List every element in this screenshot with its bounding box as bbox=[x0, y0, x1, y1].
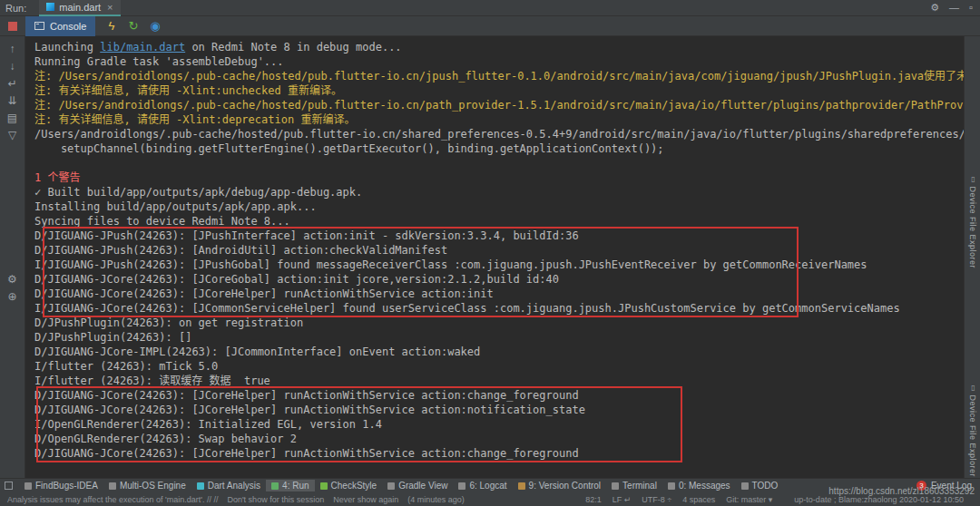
run-label: Run: bbox=[5, 3, 26, 14]
console-line: D/JPushPlugin(24263): on get registratio… bbox=[34, 316, 964, 330]
checkstyle-icon bbox=[320, 482, 328, 490]
console-tab-label: Console bbox=[50, 21, 86, 32]
tab-title: main.dart bbox=[59, 2, 101, 13]
console-line: D/JIGUANG-JPush(24263): [JPushInterface]… bbox=[34, 229, 964, 243]
toolbar-button-todo[interactable]: TODO bbox=[736, 480, 784, 491]
console-line: 1 个警告 bbox=[34, 170, 964, 185]
console-line: 注: 有关详细信息, 请使用 -Xlint:deprecation 重新编译。 bbox=[34, 112, 964, 127]
run-tool-window: ↑↓↵⇊▤▽ ⚙⊕ Launching lib/main.dart on Red… bbox=[0, 36, 980, 478]
console-text: D/JIGUANG-JCore(24263): [JCoreGobal] act… bbox=[34, 273, 559, 286]
toolbar-button-findbugs-idea[interactable]: FindBugs-IDEA bbox=[19, 480, 103, 491]
stop-icon[interactable] bbox=[8, 22, 17, 31]
messages-icon bbox=[668, 482, 675, 490]
console-line: I/flutter (24263): 读取缓存 数据 true bbox=[34, 374, 964, 388]
console-text: 注: /Users/androidlongs/.pub-cache/hosted… bbox=[34, 70, 964, 83]
gradle-icon bbox=[387, 482, 395, 490]
status-message: Analysis issues may affect the execution… bbox=[7, 495, 218, 504]
dart-analysis-icon bbox=[197, 482, 204, 490]
version-control-icon bbox=[518, 482, 525, 490]
console-text: on Redmi Note 8 in debug mode... bbox=[185, 41, 401, 54]
console-line: I/flutter (24263): mTick 5.0 bbox=[34, 359, 964, 374]
console-text: D/JPushPlugin(24263): [] bbox=[34, 331, 191, 344]
console-text: D/JIGUANG-JCore(24263): [JCoreHelper] ru… bbox=[34, 404, 585, 416]
arrow-up-icon[interactable]: ↑ bbox=[3, 41, 23, 58]
left-toolbar-lower: ⚙⊕ bbox=[3, 271, 23, 306]
dont-show-link[interactable]: Don't show for this session bbox=[227, 495, 324, 504]
status-widget-3[interactable]: 4 spaces bbox=[682, 495, 715, 504]
tool-window-button-device-file-explorer[interactable]: ▯Device File Explorer bbox=[968, 384, 977, 477]
console-line: D/JPushPlugin(24263): [] bbox=[34, 330, 964, 345]
status-widget-0[interactable]: 82:1 bbox=[585, 495, 602, 504]
never-show-link[interactable]: Never show again bbox=[333, 495, 398, 504]
toolbar-button-label: Gradle View bbox=[398, 481, 447, 491]
print-icon[interactable]: ▤ bbox=[3, 110, 23, 127]
toolbar-button-label: Multi-OS Engine bbox=[120, 481, 186, 491]
vcs-blame: up-to-date ; Blame:zhaolong 2020-01-12 1… bbox=[794, 495, 964, 504]
console-line: Installing build/app/outputs/apk/app.apk… bbox=[34, 199, 964, 214]
dart-icon bbox=[46, 3, 54, 11]
status-widget-4[interactable]: Git: master ▾ bbox=[726, 495, 772, 504]
run-icon bbox=[271, 482, 279, 490]
pin-icon[interactable]: ⊕ bbox=[3, 288, 23, 306]
toolbar-button-terminal[interactable]: Terminal bbox=[606, 480, 662, 491]
hot-reload-icon[interactable]: ϟ bbox=[103, 18, 119, 34]
status-widget-1[interactable]: LF ↵ bbox=[612, 495, 632, 504]
run-titlebar: Run: main.dart × ⚙—▫ bbox=[0, 0, 980, 16]
console-text: 注: /Users/androidlongs/.pub-cache/hosted… bbox=[34, 99, 964, 112]
toolbar-button-label: 0: Messages bbox=[679, 481, 730, 491]
console-line: Syncing files to device Redmi Note 8... bbox=[34, 214, 964, 229]
console-line: I/JIGUANG-JCore(24263): [JCommonServiceH… bbox=[34, 301, 964, 316]
console-text: D/JIGUANG-JPush(24263): [JPushInterface]… bbox=[34, 229, 579, 242]
console-text: Running Gradle task 'assembleDebug'... bbox=[34, 55, 284, 68]
tool-window-button-device-file-explorer[interactable]: ▯Device File Explorer bbox=[968, 175, 977, 268]
toolbar-button-6-logcat[interactable]: 6: Logcat bbox=[453, 480, 512, 491]
clear-all-icon[interactable]: ▽ bbox=[3, 127, 23, 144]
console-line: I/JIGUANG-JPush(24263): [JPushGobal] fou… bbox=[34, 258, 964, 272]
console-text: I/flutter (24263): 读取缓存 数据 true bbox=[34, 375, 270, 387]
console-icon bbox=[34, 22, 44, 30]
hide-icon[interactable]: ▫ bbox=[969, 2, 973, 14]
console-line: I/OpenGLRenderer(24263): Initialized EGL… bbox=[34, 417, 964, 432]
console-text: setupChannel(binding.getFlutterEngine().… bbox=[34, 142, 664, 155]
settings-gear-icon[interactable]: ⚙ bbox=[3, 271, 23, 288]
console-text: D/JPushPlugin(24263): on get registratio… bbox=[34, 316, 303, 329]
toolbar-button-checkstyle[interactable]: CheckStyle bbox=[315, 480, 383, 491]
open-devtools-icon[interactable]: ◉ bbox=[147, 18, 162, 34]
toolbar-button-multi-os-engine[interactable]: Multi-OS Engine bbox=[103, 480, 191, 491]
left-toolbar: ↑↓↵⇊▤▽ bbox=[3, 41, 23, 144]
arrow-down-icon[interactable]: ↓ bbox=[3, 58, 23, 75]
console-text: I/flutter (24263): mTick 5.0 bbox=[34, 360, 218, 373]
minimize-icon[interactable]: — bbox=[949, 2, 959, 14]
scroll-to-end-icon[interactable]: ⇊ bbox=[3, 92, 23, 110]
status-widget-2[interactable]: UTF-8 ÷ bbox=[642, 495, 671, 504]
console-text: D/JIGUANG-JCore(24263): [JCoreHelper] ru… bbox=[34, 287, 494, 300]
console-text: Launching bbox=[34, 41, 100, 54]
toolbar-button-label: Terminal bbox=[622, 481, 657, 491]
console-text: D/OpenGLRenderer(24263): Swap behavior 2 bbox=[34, 433, 297, 445]
toolbar-button-9-version-control[interactable]: 9: Version Control bbox=[513, 480, 607, 491]
soft-wrap-icon[interactable]: ↵ bbox=[3, 75, 23, 92]
toolbar-button-0-messages[interactable]: 0: Messages bbox=[662, 480, 736, 491]
console-text: D/JIGUANG-JPush(24263): [AndroidUtil] ac… bbox=[34, 244, 447, 257]
toolbar-button-dart-analysis[interactable]: Dart Analysis bbox=[191, 480, 266, 491]
toolbar-button-gradle-view[interactable]: Gradle View bbox=[382, 480, 453, 491]
toolbar-button-label: CheckStyle bbox=[331, 481, 377, 491]
tab-main-dart[interactable]: main.dart × bbox=[39, 0, 120, 16]
console-text: I/JIGUANG-JPush(24263): [JPushGobal] fou… bbox=[34, 258, 867, 271]
console-text: D/JIGUANG-JCore(24263): [JCoreHelper] ru… bbox=[34, 447, 579, 460]
console-text: I/JIGUANG-JCore(24263): [JCommonServiceH… bbox=[34, 302, 900, 315]
findbugs-icon bbox=[24, 482, 32, 490]
close-icon[interactable]: × bbox=[107, 2, 113, 13]
console-output[interactable]: Launching lib/main.dart on Redmi Note 8 … bbox=[25, 36, 964, 478]
toolbar-button-label: Dart Analysis bbox=[208, 481, 260, 491]
console-text: 1 个警告 bbox=[34, 171, 80, 184]
hot-restart-icon[interactable]: ↻ bbox=[125, 18, 141, 34]
console-line: ✓ Built build/app/outputs/apk/debug/app-… bbox=[34, 185, 964, 199]
ide-run-window: Run: main.dart × ⚙—▫ Console ϟ↻◉ ↑↓↵⇊▤▽ … bbox=[0, 0, 980, 506]
toolbar-button-label: TODO bbox=[752, 481, 779, 491]
tab-console[interactable]: Console bbox=[25, 16, 95, 36]
toolbar-button-4-run[interactable]: 4: Run bbox=[266, 480, 314, 491]
settings-icon[interactable]: ⚙ bbox=[930, 2, 939, 14]
window-switcher-icon[interactable] bbox=[5, 482, 13, 490]
console-link[interactable]: lib/main.dart bbox=[100, 41, 185, 54]
